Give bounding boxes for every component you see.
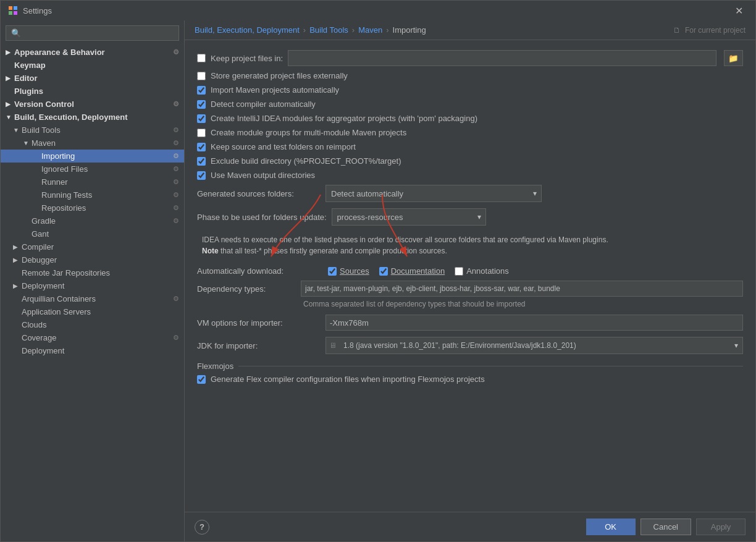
title-bar-left: Settings	[8, 6, 52, 15]
create-intellij-checkbox[interactable]	[197, 114, 206, 123]
sidebar-item-ignored-files[interactable]: Ignored Files ⚙	[1, 163, 184, 176]
dependency-types-row: Dependency types: Comma separated list o…	[197, 281, 743, 308]
app-icon	[8, 6, 18, 15]
bottom-bar-left: ?	[195, 520, 209, 535]
cancel-button[interactable]: Cancel	[640, 519, 691, 535]
auto-download-label: Automatically download:	[197, 266, 321, 276]
store-generated-label[interactable]: Store generated project files externally	[211, 71, 348, 80]
detect-compiler-row: Detect compiler automatically	[197, 100, 743, 109]
sidebar-item-build-tools[interactable]: ▼ Build Tools ⚙	[1, 124, 184, 137]
sidebar-item-deployment1[interactable]: ▶ Deployment	[1, 279, 184, 292]
keep-source-checkbox[interactable]	[197, 143, 206, 151]
apply-button[interactable]: Apply	[696, 519, 746, 535]
generate-flex-label[interactable]: Generate Flex compiler configuration fil…	[211, 375, 485, 384]
sidebar-item-compiler[interactable]: ▶ Compiler	[1, 240, 184, 253]
breadcrumb-current: Importing	[393, 25, 426, 35]
use-maven-checkbox[interactable]	[197, 171, 206, 180]
documentation-checkbox-label[interactable]: Documentation	[379, 266, 445, 276]
window-title: Settings	[23, 6, 52, 15]
sidebar-item-appearance[interactable]: ▶ Appearance & Behavior ⚙	[1, 46, 184, 59]
flexmojos-section: Flexmojos Generate Flex compiler configu…	[197, 362, 743, 384]
sidebar-item-arquillian[interactable]: Arquillian Containers ⚙	[1, 292, 184, 305]
runner-icon: ⚙	[173, 178, 179, 186]
sources-checkbox-label[interactable]: Sources	[328, 266, 369, 276]
generated-sources-dropdown[interactable]: Detect automatically target/generated-so…	[326, 185, 542, 202]
folder-browse-button[interactable]: 📁	[724, 50, 743, 66]
store-generated-checkbox[interactable]	[197, 72, 206, 80]
breadcrumb-build-exec[interactable]: Build, Execution, Deployment	[195, 25, 300, 35]
keep-project-files-label[interactable]: Keep project files in:	[211, 54, 283, 63]
sidebar-item-repositories[interactable]: Repositories ⚙	[1, 201, 184, 214]
breadcrumb-build-tools[interactable]: Build Tools	[309, 25, 348, 35]
flexmojos-title: Flexmojos	[197, 362, 743, 371]
import-maven-checkbox[interactable]	[197, 86, 206, 95]
sidebar-item-remote-jar[interactable]: Remote Jar Repositories	[1, 266, 184, 279]
content-area: ▶ Appearance & Behavior ⚙ Keymap ▶ Edito…	[1, 20, 755, 541]
keep-source-label[interactable]: Keep source and test folders on reimport	[211, 142, 356, 151]
documentation-checkbox[interactable]	[379, 267, 388, 276]
generated-sources-label: Generated sources folders:	[197, 189, 321, 198]
phase-dropdown-wrapper: process-resources generate-sources gener…	[332, 208, 486, 226]
breadcrumb-maven[interactable]: Maven	[358, 25, 382, 35]
sidebar-item-importing[interactable]: Importing ⚙	[1, 150, 184, 163]
dependency-types-input[interactable]	[301, 281, 743, 297]
sidebar-item-plugins[interactable]: Plugins	[1, 85, 184, 98]
generate-flex-checkbox[interactable]	[197, 375, 206, 384]
sidebar-item-keymap[interactable]: Keymap	[1, 59, 184, 72]
for-current-project[interactable]: 🗋 For current project	[673, 26, 746, 35]
coverage-icon: ⚙	[173, 334, 179, 342]
sidebar-item-editor[interactable]: ▶ Editor	[1, 72, 184, 85]
use-maven-label[interactable]: Use Maven output directories	[211, 171, 315, 180]
arrow-placeholder	[13, 269, 20, 276]
create-module-groups-label[interactable]: Create module groups for multi-module Ma…	[211, 128, 406, 137]
ok-button[interactable]: OK	[586, 519, 636, 535]
exclude-build-checkbox[interactable]	[197, 157, 206, 166]
annotations-checkbox[interactable]	[455, 267, 463, 276]
arrow-icon: ▶	[6, 75, 13, 82]
sidebar-item-running-tests[interactable]: Running Tests ⚙	[1, 188, 184, 201]
create-module-groups-checkbox[interactable]	[197, 129, 206, 137]
search-input[interactable]	[6, 25, 179, 41]
sidebar-item-clouds[interactable]: Clouds	[1, 318, 184, 331]
sidebar-item-version-control[interactable]: ▶ Version Control ⚙	[1, 98, 184, 111]
create-module-groups-row: Create module groups for multi-module Ma…	[197, 128, 743, 137]
jdk-dropdown[interactable]: 1.8 (java version "1.8.0_201", path: E:/…	[326, 337, 743, 354]
sidebar-item-debugger[interactable]: ▶ Debugger	[1, 253, 184, 266]
breadcrumb-sep2: ›	[352, 25, 355, 35]
keep-project-files-checkbox[interactable]	[197, 54, 206, 62]
annotations-checkbox-label[interactable]: Annotations	[455, 266, 509, 276]
arrow-icon: ▶	[13, 243, 20, 250]
project-icon: 🗋	[673, 26, 681, 35]
auto-download-options: Sources Documentation Annotations	[328, 266, 509, 276]
phase-dropdown[interactable]: process-resources generate-sources gener…	[332, 208, 486, 226]
sidebar-item-gant[interactable]: Gant	[1, 227, 184, 240]
sidebar-item-runner[interactable]: Runner ⚙	[1, 176, 184, 188]
sidebar-item-gradle[interactable]: Gradle ⚙	[1, 214, 184, 227]
detect-compiler-checkbox[interactable]	[197, 100, 206, 109]
note-rest: that all test-* phases firstly generate …	[220, 247, 447, 255]
sidebar-item-coverage[interactable]: Coverage ⚙	[1, 331, 184, 344]
vm-options-input[interactable]	[326, 315, 743, 331]
sources-checkbox[interactable]	[328, 267, 337, 276]
create-intellij-label[interactable]: Create IntelliJ IDEA modules for aggrega…	[211, 114, 477, 123]
import-maven-label[interactable]: Import Maven projects automatically	[211, 85, 339, 95]
sidebar-item-maven[interactable]: ▼ Maven ⚙	[1, 137, 184, 150]
sidebar: ▶ Appearance & Behavior ⚙ Keymap ▶ Edito…	[1, 20, 185, 541]
help-button[interactable]: ?	[195, 520, 209, 535]
arrow-icon: ▶	[13, 256, 20, 263]
annotations-label: Annotations	[466, 266, 509, 276]
sidebar-item-app-servers[interactable]: Application Servers	[1, 305, 184, 318]
exclude-build-label[interactable]: Exclude build directory (%PROJECT_ROOT%/…	[211, 156, 401, 166]
settings-body: Keep project files in: 📁 Store generated…	[185, 40, 755, 512]
arrow-icon: ▶	[13, 282, 20, 289]
close-button[interactable]: ✕	[730, 2, 748, 19]
sidebar-item-build-exec[interactable]: ▼ Build, Execution, Deployment	[1, 111, 184, 124]
build-tools-icon: ⚙	[173, 126, 179, 134]
svg-rect-2	[9, 11, 12, 15]
keep-project-files-row: Keep project files in: 📁	[197, 50, 743, 66]
arrow-icon: ▼	[23, 140, 30, 146]
arrow-icon: ▶	[6, 49, 13, 56]
sidebar-item-deployment2[interactable]: Deployment	[1, 344, 184, 357]
detect-compiler-label[interactable]: Detect compiler automatically	[211, 100, 316, 109]
keep-project-files-input[interactable]	[288, 50, 716, 66]
